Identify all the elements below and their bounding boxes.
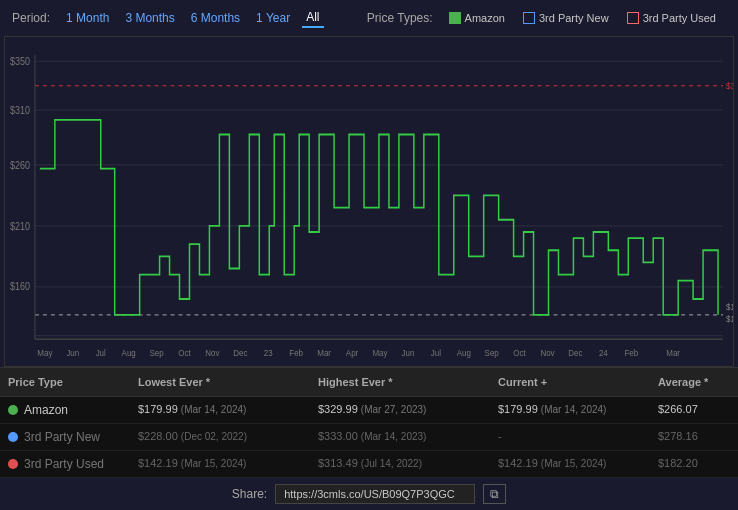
third-used-label: 3rd Party Used (24, 457, 104, 471)
svg-text:Jun: Jun (401, 347, 414, 358)
third-new-lowest: $228.00 (Dec 02, 2022) (130, 427, 310, 447)
legend-third-used[interactable]: 3rd Party Used (627, 12, 716, 24)
svg-text:Dec: Dec (568, 347, 583, 358)
svg-text:$160: $160 (10, 281, 30, 293)
svg-text:Jun: Jun (66, 347, 79, 358)
legend-amazon[interactable]: Amazon (449, 12, 505, 24)
svg-text:Nov: Nov (540, 347, 555, 358)
col-price-type: Price Type (0, 372, 130, 392)
table-row: 3rd Party New $228.00 (Dec 02, 2022) $33… (0, 424, 738, 451)
table-row: 3rd Party Used $142.19 (Mar 15, 2024) $3… (0, 451, 738, 478)
svg-text:$179.99: $179.99 (726, 301, 733, 312)
amazon-lowest: $179.99 (Mar 14, 2024) (130, 400, 310, 420)
svg-text:$179.99: $179.99 (726, 313, 733, 324)
legend-third-new-box (523, 12, 535, 24)
col-average: Average * (650, 372, 738, 392)
third-new-highest: $333.00 (Mar 14, 2023) (310, 427, 490, 447)
svg-text:24: 24 (599, 347, 608, 358)
period-3months[interactable]: 3 Months (121, 9, 178, 27)
amazon-highest: $329.99 (Mar 27, 2023) (310, 400, 490, 420)
third-used-lowest: $142.19 (Mar 15, 2024) (130, 454, 310, 474)
amazon-type-cell: Amazon (0, 400, 130, 420)
svg-text:Sep: Sep (485, 347, 499, 358)
svg-text:Dec: Dec (233, 347, 248, 358)
third-used-type-cell: 3rd Party Used (0, 454, 130, 474)
price-chart: $350 $310 $260 $210 $160 $329.99 $179.99… (5, 37, 733, 366)
legend-third-new-label: 3rd Party New (539, 12, 609, 24)
svg-text:Mar: Mar (317, 347, 331, 358)
svg-text:Apr: Apr (346, 347, 358, 358)
svg-text:$310: $310 (10, 104, 30, 116)
svg-text:Jul: Jul (431, 347, 441, 358)
svg-text:Aug: Aug (122, 347, 136, 358)
third-new-average: $278.16 (650, 427, 738, 447)
header-bar: Period: 1 Month 3 Months 6 Months 1 Year… (0, 0, 738, 36)
share-bar: Share: ⧉ (0, 478, 738, 510)
svg-text:$260: $260 (10, 159, 30, 171)
svg-text:23: 23 (264, 347, 273, 358)
col-lowest: Lowest Ever * (130, 372, 310, 392)
svg-text:$210: $210 (10, 220, 30, 232)
share-label: Share: (232, 487, 267, 501)
svg-text:Nov: Nov (205, 347, 220, 358)
period-1month[interactable]: 1 Month (62, 9, 113, 27)
copy-url-button[interactable]: ⧉ (483, 484, 506, 504)
period-1year[interactable]: 1 Year (252, 9, 294, 27)
third-used-current: $142.19 (Mar 15, 2024) (490, 454, 650, 474)
third-new-label: 3rd Party New (24, 430, 100, 444)
svg-text:Aug: Aug (457, 347, 471, 358)
period-label: Period: (12, 11, 50, 25)
svg-text:Mar: Mar (666, 347, 680, 358)
svg-text:Oct: Oct (513, 347, 526, 358)
svg-text:$329.99: $329.99 (726, 81, 733, 92)
third-used-highest: $313.49 (Jul 14, 2022) (310, 454, 490, 474)
table-header: Price Type Lowest Ever * Highest Ever * … (0, 368, 738, 397)
legend-third-used-label: 3rd Party Used (643, 12, 716, 24)
legend-third-new[interactable]: 3rd Party New (523, 12, 609, 24)
svg-text:May: May (37, 347, 53, 358)
svg-text:May: May (372, 347, 388, 358)
third-used-average: $182.20 (650, 454, 738, 474)
col-highest: Highest Ever * (310, 372, 490, 392)
third-used-dot (8, 459, 18, 469)
chart-area: $350 $310 $260 $210 $160 $329.99 $179.99… (4, 36, 734, 367)
legend-third-used-box (627, 12, 639, 24)
amazon-label: Amazon (24, 403, 68, 417)
main-container: Period: 1 Month 3 Months 6 Months 1 Year… (0, 0, 738, 510)
amazon-dot (8, 405, 18, 415)
legend-amazon-label: Amazon (465, 12, 505, 24)
svg-text:$350: $350 (10, 55, 30, 67)
table-row: Amazon $179.99 (Mar 14, 2024) $329.99 (M… (0, 397, 738, 424)
svg-text:Jul: Jul (96, 347, 106, 358)
period-6months[interactable]: 6 Months (187, 9, 244, 27)
price-table: Price Type Lowest Ever * Highest Ever * … (0, 367, 738, 478)
svg-text:Sep: Sep (149, 347, 163, 358)
svg-text:Feb: Feb (289, 347, 303, 358)
legend-amazon-box (449, 12, 461, 24)
period-all[interactable]: All (302, 8, 323, 28)
price-types-label: Price Types: (367, 11, 433, 25)
third-new-dot (8, 432, 18, 442)
amazon-average: $266.07 (650, 400, 738, 420)
svg-text:Oct: Oct (178, 347, 191, 358)
svg-text:Feb: Feb (624, 347, 638, 358)
share-url-input[interactable] (275, 484, 475, 504)
col-current: Current + (490, 372, 650, 392)
amazon-current: $179.99 (Mar 14, 2024) (490, 400, 650, 420)
third-new-type-cell: 3rd Party New (0, 427, 130, 447)
third-new-current: - (490, 427, 650, 447)
